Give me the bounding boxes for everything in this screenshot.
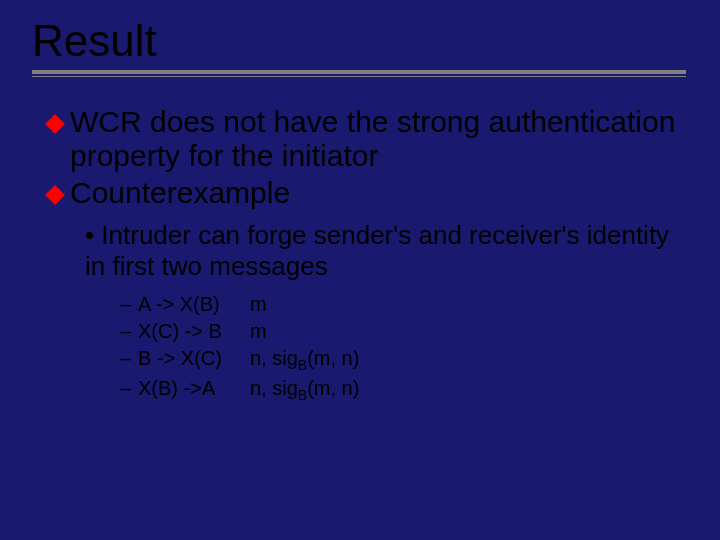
bullet-wcr-text: WCR does not have the strong authenticat… (70, 105, 690, 172)
msg-row-1: –A -> X(B)m (120, 291, 690, 318)
message-sequence: –A -> X(B)m –X(C) -> Bm –B -> X(C)n, sig… (120, 291, 690, 405)
msg-3-left: B -> X(C) (138, 345, 250, 372)
dash-icon: – (120, 375, 138, 402)
bullet-counterexample-text: Counterexample (70, 176, 690, 210)
msg-row-2: –X(C) -> Bm (120, 318, 690, 345)
slide-title: Result (32, 18, 690, 64)
diamond-icon (45, 185, 65, 205)
msg-3-right: n, sigB(m, n) (250, 345, 359, 375)
slide: Result WCR does not have the strong auth… (0, 0, 720, 540)
msg-row-4: –X(B) ->An, sigB(m, n) (120, 375, 690, 405)
sub-bullet-intruder: Intruder can forge sender's and receiver… (85, 220, 690, 281)
bullet-counterexample: Counterexample (48, 176, 690, 210)
title-rule-thick (32, 70, 686, 74)
dash-icon: – (120, 318, 138, 345)
msg-1-left: A -> X(B) (138, 291, 250, 318)
msg-1-right: m (250, 291, 267, 318)
title-rule-thin (32, 76, 686, 77)
msg-2-left: X(C) -> B (138, 318, 250, 345)
diamond-icon (45, 114, 65, 134)
msg-2-right: m (250, 318, 267, 345)
slide-body: WCR does not have the strong authenticat… (30, 105, 690, 405)
bullet-wcr: WCR does not have the strong authenticat… (48, 105, 690, 172)
msg-4-left: X(B) ->A (138, 375, 250, 402)
dash-icon: – (120, 291, 138, 318)
msg-4-right: n, sigB(m, n) (250, 375, 359, 405)
dash-icon: – (120, 345, 138, 372)
msg-row-3: –B -> X(C)n, sigB(m, n) (120, 345, 690, 375)
